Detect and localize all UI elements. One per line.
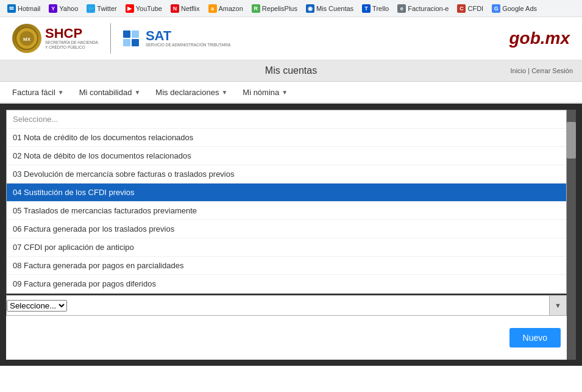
session-links: Inicio | Cerrar Sesión: [510, 67, 573, 74]
dropdown-placeholder[interactable]: Seleccione...: [7, 110, 566, 129]
bookmark-netflix-label: Netflix: [181, 5, 200, 12]
bookmark-hotmail-label: Hotmail: [18, 5, 40, 12]
sat-name: SAT: [146, 29, 230, 43]
svg-text:MX: MX: [23, 37, 31, 42]
facturacion-icon: e: [397, 4, 406, 13]
nav-factura-facil-label: Factura fácil: [12, 88, 55, 97]
dropdown-option-01[interactable]: 01 Nota de crédito de los documentos rel…: [7, 129, 566, 147]
cerrar-sesion-link[interactable]: Cerrar Sesión: [531, 67, 573, 74]
amazon-icon: a: [208, 4, 217, 13]
inicio-link[interactable]: Inicio: [510, 67, 526, 74]
bookmark-yahoo[interactable]: Y Yahoo: [45, 3, 82, 14]
gobmx-logo: gob.mx: [509, 29, 570, 48]
shcp-subtitle: SECRETARÍA DE HACIENDAY CRÉDITO PÚBLICO: [45, 40, 98, 51]
nav-mis-declaraciones-label: Mis declaraciones: [155, 88, 219, 97]
bookmark-youtube[interactable]: ▶ YouTube: [122, 3, 166, 14]
bookmarks-bar: ✉ Hotmail Y Yahoo 🐦 Twitter ▶ YouTube N …: [0, 0, 582, 17]
sat-squares-icon: [123, 30, 139, 46]
second-dropdown-wrapper: Seleccione...: [7, 300, 549, 312]
main-nav: Factura fácil ▼ Mi contabilidad ▼ Mis de…: [0, 82, 582, 104]
bookmark-miscuentas-label: Mis Cuentas: [316, 5, 353, 12]
content-area: Seleccione... 01 Nota de crédito de los …: [0, 104, 582, 366]
shcp-name: SHCP: [45, 27, 98, 40]
bookmark-googleads-label: Google Ads: [502, 5, 537, 12]
dropdown-option-08[interactable]: 08 Factura generada por pagos en parcial…: [7, 257, 566, 275]
mis-cuentas-title: Mis cuentas: [265, 65, 317, 76]
trello-icon: T: [362, 4, 371, 13]
nav-factura-facil[interactable]: Factura fácil ▼: [6, 84, 70, 101]
dropdown-option-04[interactable]: 04 Sustitución de los CFDI previos: [7, 184, 566, 202]
action-row: Nuevo: [6, 316, 567, 360]
bookmark-netflix[interactable]: N Netflix: [167, 3, 204, 14]
scrollbar-thumb[interactable]: [567, 122, 576, 159]
dropdown-option-02[interactable]: 02 Nota de débito de los documentos rela…: [7, 147, 566, 165]
shcp-logo: MX SHCP SECRETARÍA DE HACIENDAY CRÉDITO …: [12, 24, 98, 53]
netflix-icon: N: [171, 4, 179, 13]
twitter-icon: 🐦: [87, 4, 95, 13]
second-dropdown-container[interactable]: Seleccione... ▼: [6, 295, 567, 316]
bookmark-amazon-label: Amazon: [219, 5, 243, 12]
bookmark-yahoo-label: Yahoo: [59, 5, 78, 12]
nuevo-button[interactable]: Nuevo: [509, 328, 561, 347]
nav-mi-contabilidad-label: Mi contabilidad: [79, 88, 132, 97]
dropdown-option-07[interactable]: 07 CFDI por aplicación de anticipo: [7, 238, 566, 257]
cfdi-icon: C: [457, 4, 466, 13]
bookmark-googleads[interactable]: G Google Ads: [488, 3, 541, 14]
bookmark-facturacion-label: Facturacion-e: [408, 5, 449, 12]
bookmark-hotmail[interactable]: ✉ Hotmail: [4, 3, 44, 14]
nav-mi-contabilidad[interactable]: Mi contabilidad ▼: [73, 84, 147, 101]
bookmark-miscuentas[interactable]: ◉ Mis Cuentas: [302, 3, 357, 14]
shcp-emblem: MX: [12, 24, 41, 53]
second-dropdown-arrow-button[interactable]: ▼: [549, 296, 566, 315]
sat-subtitle: SERVICIO DE ADMINISTRACIÓN TRIBUTARIA: [146, 43, 230, 48]
mis-cuentas-bar: Mis cuentas Inicio | Cerrar Sesión: [0, 60, 582, 82]
dropdown-option-03[interactable]: 03 Devolución de mercancía sobre factura…: [7, 165, 566, 184]
bookmark-trello[interactable]: T Trello: [358, 3, 392, 14]
logo-area: MX SHCP SECRETARÍA DE HACIENDAY CRÉDITO …: [12, 23, 230, 54]
googleads-icon: G: [492, 4, 500, 13]
mis-declaraciones-arrow-icon: ▼: [221, 89, 227, 96]
bookmark-twitter-label: Twitter: [97, 5, 116, 12]
bookmark-trello-label: Trello: [372, 5, 389, 12]
bookmark-repelisplus-label: RepelisPlus: [262, 5, 297, 12]
nav-mis-declaraciones[interactable]: Mis declaraciones ▼: [149, 84, 233, 101]
factura-facil-arrow-icon: ▼: [58, 89, 64, 96]
bookmark-repelisplus[interactable]: R RepelisPlus: [248, 3, 301, 14]
dropdown-option-06[interactable]: 06 Factura generada por los traslados pr…: [7, 220, 566, 238]
bookmark-twitter[interactable]: 🐦 Twitter: [83, 3, 120, 14]
hotmail-icon: ✉: [7, 4, 16, 13]
nav-mi-nomina-label: Mi nómina: [243, 88, 279, 97]
mi-nomina-arrow-icon: ▼: [282, 89, 288, 96]
bookmark-amazon[interactable]: a Amazon: [205, 3, 247, 14]
bookmark-cfdi[interactable]: C CFDI: [453, 3, 487, 14]
yahoo-icon: Y: [49, 4, 57, 13]
content-wrapper: Seleccione... 01 Nota de crédito de los …: [6, 110, 576, 360]
bookmark-youtube-label: YouTube: [136, 5, 162, 12]
right-scrollbar-panel: [567, 110, 576, 360]
sat-logo: SAT SERVICIO DE ADMINISTRACIÓN TRIBUTARI…: [123, 29, 230, 48]
dropdown-option-05[interactable]: 05 Traslados de mercancias facturados pr…: [7, 202, 566, 220]
bookmark-cfdi-label: CFDI: [467, 5, 483, 12]
youtube-icon: ▶: [126, 4, 134, 13]
dropdown-option-09[interactable]: 09 Factura generada por pagos diferidos: [7, 275, 566, 293]
bookmark-facturacion[interactable]: e Facturacion-e: [394, 3, 452, 14]
second-dropdown-select[interactable]: Seleccione...: [7, 300, 67, 312]
repelisplus-icon: R: [252, 4, 260, 13]
nav-mi-nomina[interactable]: Mi nómina ▼: [236, 84, 294, 101]
main-content: Seleccione... 01 Nota de crédito de los …: [6, 110, 567, 360]
logo-divider: [110, 23, 111, 54]
miscuentas-icon: ◉: [306, 4, 314, 13]
cfdi-type-dropdown-list[interactable]: Seleccione... 01 Nota de crédito de los …: [6, 110, 567, 294]
mi-contabilidad-arrow-icon: ▼: [134, 89, 140, 96]
site-header: MX SHCP SECRETARÍA DE HACIENDAY CRÉDITO …: [0, 17, 582, 60]
